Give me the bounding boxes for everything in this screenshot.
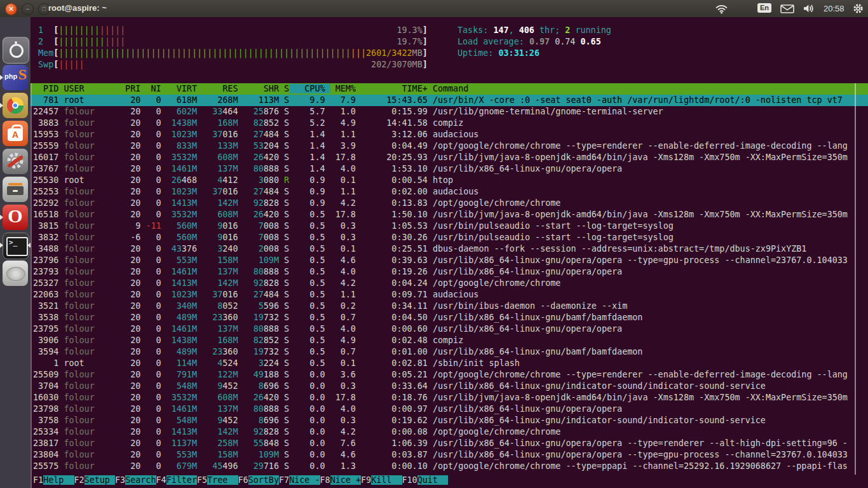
launcher-item-phpstorm[interactable]: phpS xyxy=(3,65,28,90)
keyboard-layout-indicator[interactable]: En xyxy=(757,3,771,13)
fkey-setup[interactable]: F2 xyxy=(74,475,85,485)
launcher-item-system-settings[interactable] xyxy=(3,149,28,174)
fkey-label[interactable]: Kill xyxy=(371,475,402,485)
process-row[interactable]: 3521 folour 20 0 340M 8052 5596 S 0.5 0.… xyxy=(31,301,868,312)
unity-launcher: phpSAO>_ xyxy=(0,17,31,488)
fkey-label[interactable]: Help xyxy=(43,475,74,485)
process-row[interactable]: 3758 folour 20 0 548M 9452 8696 S 0.0 0.… xyxy=(31,415,868,426)
fkey-label[interactable]: Nice - xyxy=(289,475,320,485)
meter-mem: Mem[||||||||||||||||||||||||||||||||||||… xyxy=(31,48,428,59)
fkey-nice+[interactable]: F8 xyxy=(320,475,330,485)
meter-swp: Swp[||||| 202/3070MB] xyxy=(31,59,428,71)
session-gear-icon[interactable] xyxy=(853,3,864,14)
process-row[interactable]: 16518 folour 20 0 3532M 608M 26420 S 0.5… xyxy=(31,209,868,220)
htop-meters: 1 [||||||||||||| 19.3%] 2 [|||||||||||||… xyxy=(31,25,428,71)
process-row[interactable]: 3906 folour 20 0 1438M 168M 82852 S 0.5 … xyxy=(31,335,868,346)
process-row[interactable]: 22457 folour 20 0 602M 33464 25876 S 5.7… xyxy=(31,106,868,118)
window-title: root@aspire: ~ xyxy=(48,3,107,13)
process-table: 781 root 20 0 618M 268M 113M S 9.9 7.9 1… xyxy=(31,95,868,472)
fkey-tree[interactable]: F5 xyxy=(197,475,207,485)
launcher-item-software-center[interactable]: A xyxy=(3,121,28,146)
fkey-label[interactable]: Search xyxy=(125,475,156,485)
fkey-search[interactable]: F3 xyxy=(115,475,125,485)
fkey-label[interactable]: SortBy xyxy=(248,475,279,485)
running-indicator-arrow xyxy=(0,75,3,80)
process-table-header[interactable]: PID USER PRI NI VIRT RES SHR S CPU% MEM%… xyxy=(31,83,868,95)
process-row[interactable]: 23817 folour 20 0 1137M 258M 55848 S 0.0… xyxy=(31,438,868,449)
htop-system-info: Tasks: 147, 406 thr; 2 runningLoad avera… xyxy=(455,25,611,59)
minimize-button[interactable]: – xyxy=(22,3,34,15)
running-indicator-arrow xyxy=(0,103,3,108)
launcher-item-disk-utility[interactable] xyxy=(3,261,28,286)
process-row[interactable]: 3488 folour 20 0 43376 3240 2008 S 0.5 0… xyxy=(31,243,868,255)
window-controls: ✕ – □ xyxy=(5,3,50,15)
launcher-item-file-archiver[interactable] xyxy=(3,177,28,202)
fkey-label[interactable]: Filter xyxy=(166,475,197,485)
fkey-help[interactable]: F1 xyxy=(33,475,43,485)
process-row[interactable]: 15953 folour 20 0 1023M 37016 27484 S 1.… xyxy=(31,129,868,140)
process-row[interactable]: 23767 folour 20 0 1461M 137M 80888 S 1.4… xyxy=(31,163,868,175)
fkey-nice-[interactable]: F7 xyxy=(279,475,289,485)
process-row[interactable]: 25334 folour 20 0 1413M 142M 92828 S 0.0… xyxy=(31,426,868,438)
terminal-window: 1 [||||||||||||| 19.3%] 2 [|||||||||||||… xyxy=(31,17,868,488)
launcher-item-ubuntu-dash[interactable] xyxy=(3,37,29,64)
launcher-item-opera[interactable]: O xyxy=(3,205,28,230)
process-row[interactable]: 23804 folour 20 0 553M 158M 109M S 0.0 4… xyxy=(31,449,868,461)
process-row[interactable]: 25559 folour 20 0 833M 133M 53204 S 1.4 … xyxy=(31,140,868,152)
fkey-label[interactable]: Nice + xyxy=(330,475,361,485)
process-row[interactable]: 16017 folour 20 0 3532M 608M 26420 S 1.4… xyxy=(31,152,868,163)
volume-icon[interactable] xyxy=(803,4,815,13)
process-row[interactable]: 3704 folour 20 0 548M 9452 8696 S 0.0 0.… xyxy=(31,381,868,392)
process-row[interactable]: 25509 folour 20 0 791M 122M 49188 S 0.0 … xyxy=(31,369,868,381)
process-row[interactable]: 3815 folour 9 -11 560M 9016 7008 S 0.5 0… xyxy=(31,220,868,232)
process-row[interactable]: 16030 folour 20 0 3532M 608M 26420 S 0.0… xyxy=(31,392,868,403)
mail-icon[interactable] xyxy=(780,4,794,13)
terminal-left-edge xyxy=(31,83,32,488)
fkey-kill[interactable]: F9 xyxy=(361,475,371,485)
fkey-filter[interactable]: F4 xyxy=(156,475,166,485)
launcher-item-chrome[interactable] xyxy=(3,93,28,118)
fkey-label[interactable]: Quit xyxy=(417,475,448,485)
meter-1: 1 [||||||||||||| 19.3%] xyxy=(31,25,428,36)
close-button[interactable]: ✕ xyxy=(5,3,17,15)
clock[interactable]: 20:58 xyxy=(824,4,844,13)
launcher-item-terminal[interactable]: >_ xyxy=(3,233,29,259)
process-row[interactable]: 3883 folour 20 0 1438M 168M 82852 S 5.2 … xyxy=(31,118,868,129)
running-indicator-arrow xyxy=(0,243,3,248)
fkey-label[interactable]: Tree xyxy=(207,475,238,485)
meter-2: 2 [||||||||||||| 19.7%] xyxy=(31,36,428,48)
process-row[interactable]: 22063 folour 20 0 1023M 37016 27484 S 0.… xyxy=(31,289,868,301)
process-row[interactable]: 25253 folour 20 0 1023M 37016 27484 S 0.… xyxy=(31,186,868,198)
uptime: Uptime: 03:31:26 xyxy=(455,48,611,59)
running-indicator-arrow xyxy=(0,215,3,220)
scrollbar[interactable] xyxy=(855,83,856,475)
process-row[interactable]: 23798 folour 20 0 1461M 137M 80888 S 0.0… xyxy=(31,403,868,415)
process-row[interactable]: 3594 folour 20 0 489M 23360 19732 S 0.5 … xyxy=(31,346,868,358)
wifi-icon[interactable] xyxy=(715,4,728,14)
process-row[interactable]: 25530 root 20 0 26468 4412 3080 R 0.9 0.… xyxy=(31,175,868,186)
fkey-quit[interactable]: F10 xyxy=(402,475,417,485)
process-row[interactable]: 23796 folour 20 0 553M 158M 109M S 0.5 4… xyxy=(31,255,868,266)
process-row[interactable]: 3832 folour -6 0 560M 9016 7008 S 0.5 0.… xyxy=(31,232,868,243)
load-average: Load average: 0.97 0.74 0.65 xyxy=(455,36,611,48)
process-row[interactable]: 3538 folour 20 0 489M 23360 19732 S 0.5 … xyxy=(31,312,868,323)
top-panel: ✕ – □ root@aspire: ~ En 20:58 xyxy=(0,0,868,18)
function-key-bar: F1Help F2Setup F3SearchF4FilterF5Tree F6… xyxy=(31,475,868,486)
process-row[interactable]: 23795 folour 20 0 1461M 137M 80888 S 0.5… xyxy=(31,323,868,335)
process-row[interactable]: 23793 folour 20 0 1461M 137M 80888 S 0.5… xyxy=(31,266,868,278)
process-row[interactable]: 25575 folour 20 0 679M 45496 29716 S 0.0… xyxy=(31,461,868,472)
process-row[interactable]: 1 root 20 0 114M 4524 3224 S 0.5 0.1 0:0… xyxy=(31,358,868,369)
process-row[interactable]: 25292 folour 20 0 1413M 142M 92828 S 0.9… xyxy=(31,198,868,209)
tasks-summary: Tasks: 147, 406 thr; 2 running xyxy=(455,25,611,36)
fkey-sortby[interactable]: F6 xyxy=(238,475,248,485)
process-row-selected[interactable]: 781 root 20 0 618M 268M 113M S 9.9 7.9 1… xyxy=(31,95,868,106)
fkey-label[interactable]: Setup xyxy=(85,475,115,485)
process-row[interactable]: 25327 folour 20 0 1413M 142M 92828 S 0.5… xyxy=(31,278,868,289)
